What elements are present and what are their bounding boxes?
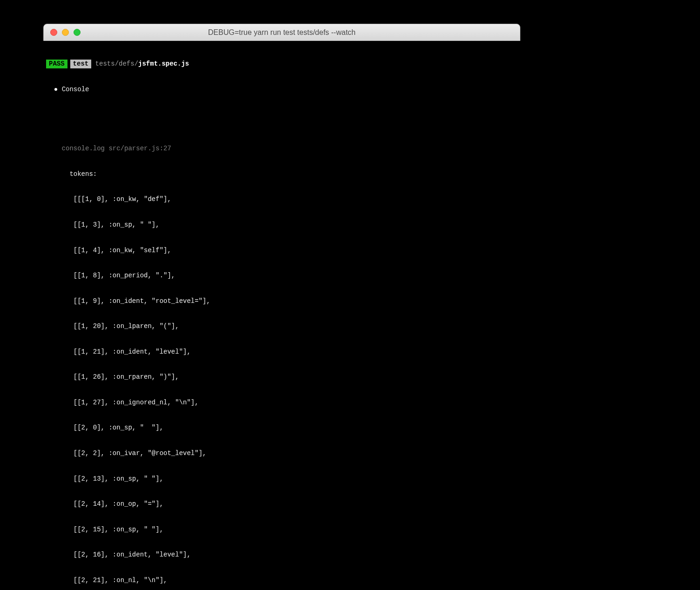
- log-line: [[2, 2], :on_ivar, "@root_level"],: [46, 449, 520, 457]
- test-result-header: PASStest tests/defs/jsfmt.spec.js: [46, 60, 520, 68]
- console-label-row: ● Console: [46, 85, 520, 94]
- minimize-icon[interactable]: [62, 29, 69, 36]
- terminal-window: DEBUG=true yarn run test tests/defs --wa…: [43, 24, 520, 590]
- log-line: tokens:: [46, 170, 520, 178]
- traffic-lights: [50, 29, 81, 36]
- bullet-icon: ●: [54, 86, 58, 93]
- log-line: [[2, 15], :on_sp, " "],: [46, 525, 520, 534]
- log-line: [[2, 14], :on_op, "="],: [46, 500, 520, 508]
- zoom-icon[interactable]: [74, 29, 81, 36]
- test-path-prefix: tests/defs/: [91, 60, 138, 67]
- log-line: [[1, 4], :on_kw, "self"],: [46, 246, 520, 255]
- terminal-body[interactable]: PASStest tests/defs/jsfmt.spec.js ● Cons…: [43, 41, 520, 590]
- log-line: [[2, 13], :on_sp, " "],: [46, 475, 520, 483]
- log-header: console.log src/parser.js:27: [46, 144, 520, 153]
- log-line: [[2, 0], :on_sp, " "],: [46, 423, 520, 432]
- titlebar[interactable]: DEBUG=true yarn run test tests/defs --wa…: [43, 24, 520, 41]
- log-line: [[1, 27], :on_ignored_nl, "\n"],: [46, 398, 520, 407]
- log-line: [[1, 26], :on_rparen, ")"],: [46, 373, 520, 381]
- log-line: [[2, 16], :on_ident, "level"],: [46, 550, 520, 559]
- log-line: [[[1, 0], :on_kw, "def"],: [46, 195, 520, 203]
- console-label: Console: [62, 86, 89, 93]
- log-line: [[2, 21], :on_nl, "\n"],: [46, 576, 520, 584]
- window-title: DEBUG=true yarn run test tests/defs --wa…: [44, 28, 520, 37]
- test-path-file: jsfmt.spec.js: [138, 60, 189, 67]
- log-line: [[1, 8], :on_period, "."],: [46, 271, 520, 280]
- log-line: [[1, 20], :on_lparen, "("],: [46, 322, 520, 330]
- close-icon[interactable]: [50, 29, 57, 36]
- test-badge: test: [70, 60, 92, 68]
- log-line: [[1, 3], :on_sp, " "],: [46, 221, 520, 229]
- blank-line: [46, 111, 520, 119]
- log-line: [[1, 21], :on_ident, "level"],: [46, 348, 520, 356]
- pass-badge: PASS: [46, 60, 67, 68]
- log-line: [[1, 9], :on_ident, "root_level="],: [46, 297, 520, 305]
